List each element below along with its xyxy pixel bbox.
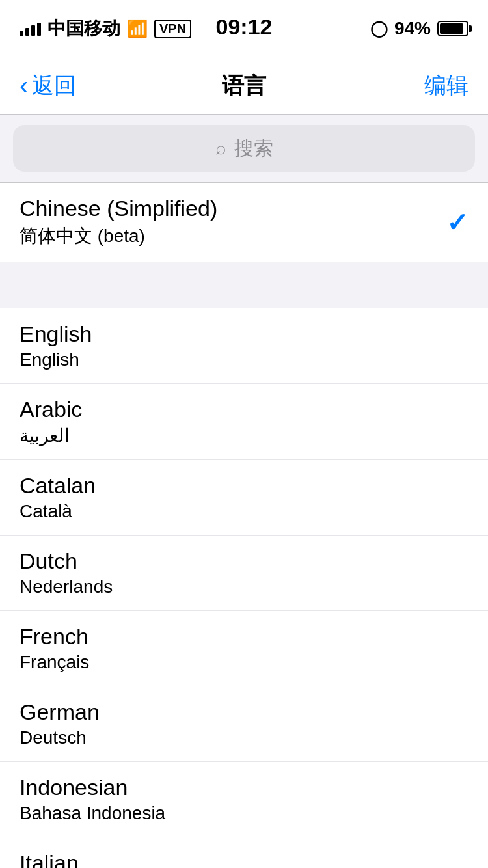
status-time: 09:12 [216, 14, 273, 40]
signal-icon [20, 21, 41, 36]
selected-checkmark-icon: ✓ [446, 208, 468, 237]
back-button[interactable]: ‹ 返回 [20, 71, 76, 101]
language-native: Deutsch [20, 727, 468, 748]
current-language-name: Chinese (Simplified) [20, 196, 217, 221]
back-label: 返回 [32, 71, 76, 101]
language-name: Indonesian [20, 775, 468, 800]
current-language-item[interactable]: Chinese (Simplified) 简体中文 (beta) ✓ [0, 183, 488, 262]
search-icon: ⌕ [215, 138, 226, 159]
list-item[interactable]: Catalan Català [0, 460, 488, 536]
lock-icon: ◯ [370, 20, 388, 38]
list-item[interactable]: French Français [0, 611, 488, 686]
language-name: French [20, 624, 468, 649]
list-item[interactable]: Arabic العربية [0, 384, 488, 460]
section-divider [0, 262, 488, 308]
wifi-icon: 📶 [127, 19, 148, 39]
language-native: Français [20, 652, 468, 673]
status-left: 中国移动 📶 VPN [20, 16, 191, 41]
language-name: Italian [20, 850, 468, 868]
status-bar: 中国移动 📶 VPN 09:12 ◯ 94% [0, 0, 488, 57]
list-item[interactable]: Indonesian Bahasa Indonesia [0, 762, 488, 837]
language-native: Català [20, 501, 468, 522]
language-name: English [20, 321, 468, 347]
language-name: Arabic [20, 397, 468, 422]
list-item[interactable]: English English [0, 308, 488, 384]
language-native: العربية [20, 425, 468, 446]
list-item[interactable]: Dutch Nederlands [0, 536, 488, 611]
edit-button[interactable]: 编辑 [424, 71, 468, 101]
nav-bar: ‹ 返回 语言 编辑 [0, 57, 488, 115]
current-language-section: Chinese (Simplified) 简体中文 (beta) ✓ [0, 182, 488, 262]
back-chevron-icon: ‹ [20, 72, 28, 98]
current-language-text: Chinese (Simplified) 简体中文 (beta) [20, 196, 217, 249]
list-item[interactable]: German Deutsch [0, 686, 488, 762]
vpn-badge: VPN [154, 20, 191, 38]
search-bar[interactable]: ⌕ 搜索 [13, 125, 475, 172]
language-name: Dutch [20, 549, 468, 574]
page-title: 语言 [222, 71, 266, 101]
battery-percent: 94% [394, 18, 431, 39]
language-name: German [20, 699, 468, 725]
language-native: English [20, 349, 468, 370]
language-list: English English Arabic العربية Catalan C… [0, 308, 488, 868]
carrier-label: 中国移动 [47, 16, 120, 41]
search-container: ⌕ 搜索 [0, 115, 488, 182]
search-placeholder: 搜索 [234, 135, 273, 162]
language-native: Nederlands [20, 576, 468, 597]
current-language-native: 简体中文 (beta) [20, 224, 217, 249]
list-item[interactable]: Italian Italiano [0, 837, 488, 868]
language-native: Bahasa Indonesia [20, 803, 468, 824]
language-name: Catalan [20, 473, 468, 498]
status-right: ◯ 94% [370, 18, 468, 39]
battery-icon [437, 21, 468, 36]
